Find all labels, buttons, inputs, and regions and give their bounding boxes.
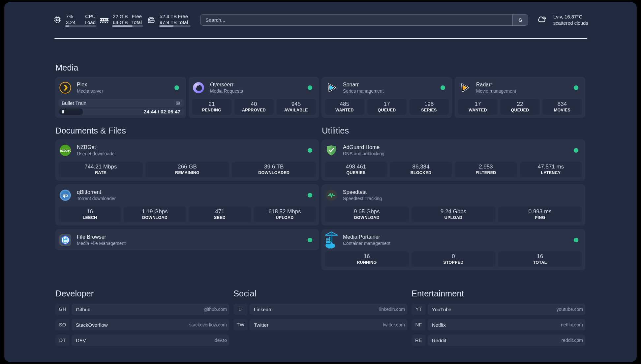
svg-text:nzbget: nzbget <box>60 149 71 152</box>
svg-text:qb: qb <box>63 193 68 198</box>
